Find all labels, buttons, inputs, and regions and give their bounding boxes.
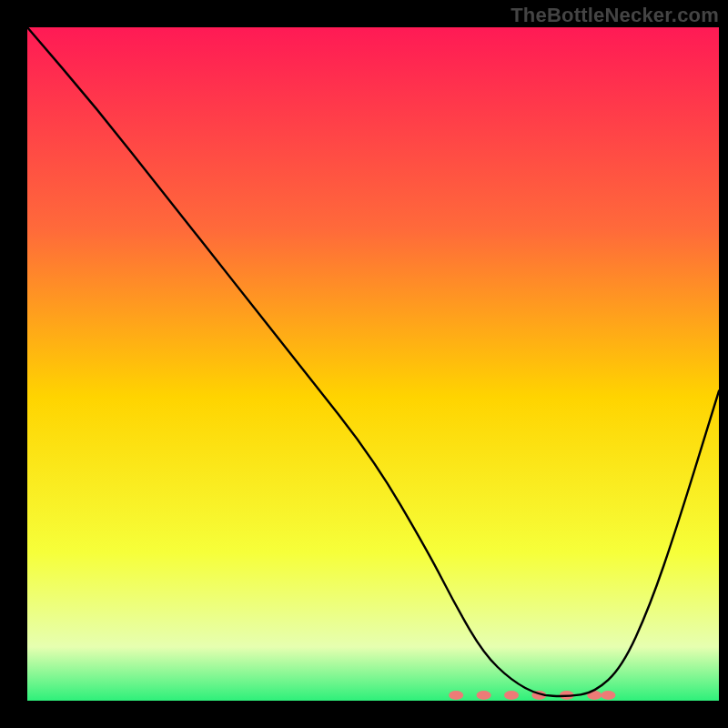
- chart-stage: TheBottleNecker.com: [0, 0, 728, 728]
- floor-marker: [601, 691, 615, 700]
- floor-marker: [477, 691, 491, 700]
- bottleneck-chart: [0, 0, 728, 728]
- floor-marker: [449, 691, 463, 700]
- plot-background: [27, 27, 719, 701]
- floor-marker: [504, 691, 519, 700]
- watermark-text: TheBottleNecker.com: [511, 4, 719, 27]
